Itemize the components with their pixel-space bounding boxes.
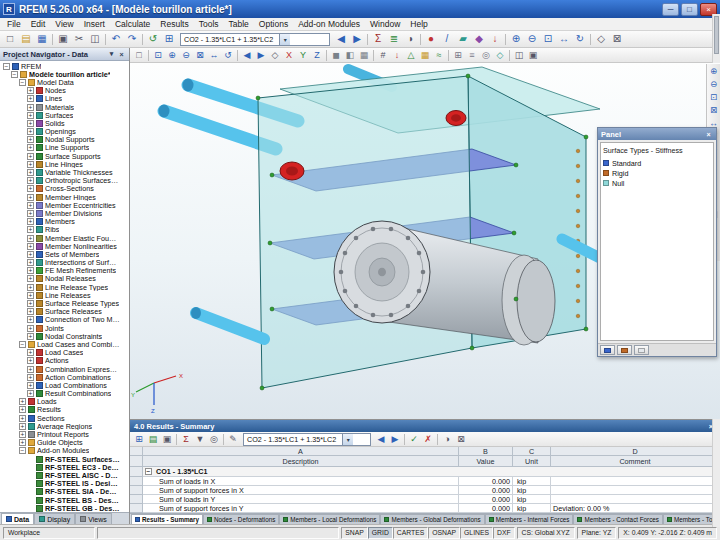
chevron-down-icon[interactable]: ▾: [279, 34, 290, 45]
expand-icon[interactable]: +: [27, 144, 34, 151]
calculation-icon[interactable]: Σ: [370, 32, 386, 46]
load-case-combo[interactable]: CO2 - 1.35*LC1 + 1.35*LC2 ▾: [180, 33, 330, 46]
result-value[interactable]: 0.000: [459, 486, 513, 495]
column-letter-d[interactable]: D: [551, 447, 720, 456]
results-tab-members-internal-forces[interactable]: Members - Internal Forces: [485, 514, 574, 524]
legend-item-standard[interactable]: Standard: [603, 158, 711, 168]
collapse-icon[interactable]: −: [19, 447, 26, 454]
tree-item-member-nonlinearities[interactable]: +Member Nonlinearities: [1, 242, 120, 250]
expand-icon[interactable]: +: [27, 185, 34, 192]
isometric-view-icon[interactable]: ◇: [593, 32, 609, 46]
tree-item-openings[interactable]: +Openings: [1, 128, 120, 136]
workplace-selector[interactable]: Workplace: [3, 527, 95, 539]
result-ok-icon[interactable]: ✓: [407, 433, 421, 446]
tree-item-rfem[interactable]: −RFEM: [1, 62, 120, 70]
status-toggle-cartes[interactable]: CARTES: [393, 527, 428, 539]
select-icon[interactable]: □: [132, 49, 146, 62]
expand-icon[interactable]: +: [27, 275, 34, 282]
tree-item-solids[interactable]: +Solids: [1, 119, 120, 127]
tree-item-nodal-constraints[interactable]: +Nodal Constraints: [1, 332, 120, 340]
result-value[interactable]: 0.000: [459, 495, 513, 504]
expand-icon[interactable]: +: [27, 374, 34, 381]
expand-icon[interactable]: +: [27, 169, 34, 176]
result-unit[interactable]: kip: [513, 477, 551, 486]
previous-result-icon[interactable]: ◀: [374, 433, 388, 446]
tree-item-sections[interactable]: +Sections: [1, 414, 120, 422]
graphic-viewport[interactable]: X Y Z ⊕⊖⊡⊠↔↺◇XYZ◑▦●△✓ Panel × Surface Ty…: [130, 63, 720, 419]
tree-item-nodes[interactable]: +Nodes: [1, 87, 120, 95]
redo-icon[interactable]: ↷: [124, 32, 140, 46]
expand-icon[interactable]: +: [27, 235, 34, 242]
zoom-out-icon[interactable]: ⊖: [707, 78, 720, 91]
tree-item-add-on-modules[interactable]: −Add-on Modules: [1, 447, 120, 455]
results-tab-members-local-deformations[interactable]: Members - Local Deformations: [279, 514, 380, 524]
previous-load-case-icon[interactable]: ◀: [333, 32, 349, 46]
tree-item-line-hinges[interactable]: +Line Hinges: [1, 160, 120, 168]
rotate-view-icon[interactable]: ↻: [572, 32, 588, 46]
result-value[interactable]: 0.000: [459, 504, 513, 513]
result-comment[interactable]: [551, 486, 720, 495]
menu-edit[interactable]: Edit: [26, 19, 51, 29]
show-results-icon[interactable]: ≣: [386, 32, 402, 46]
recalculate-icon[interactable]: Σ: [179, 433, 193, 446]
tree-item-surface-release-types[interactable]: +Surface Release Types: [1, 299, 120, 307]
menu-add-on-modules[interactable]: Add-on Modules: [293, 19, 365, 29]
legend-item-null[interactable]: Null: [603, 178, 711, 188]
tree-item-actions[interactable]: +Actions: [1, 357, 120, 365]
expand-icon[interactable]: +: [27, 112, 34, 119]
export-table-icon[interactable]: ▤: [146, 433, 160, 446]
regenerate-model-icon[interactable]: ↺: [145, 32, 161, 46]
tree-item-model-data[interactable]: −Model Data: [1, 78, 120, 86]
tree-item-load-cases-and-combinations[interactable]: −Load Cases and Combinations: [1, 340, 120, 348]
result-group-row[interactable]: −CO1 - 1.35*LC1: [143, 467, 720, 477]
tree-item-surfaces[interactable]: +Surfaces: [1, 111, 120, 119]
snap-icon[interactable]: ◎: [479, 49, 493, 62]
expand-icon[interactable]: +: [27, 194, 34, 201]
collapse-icon[interactable]: −: [19, 79, 26, 86]
tree-item-surface-supports[interactable]: +Surface Supports: [1, 152, 120, 160]
tree-item-line-supports[interactable]: +Line Supports: [1, 144, 120, 152]
tree-item-loads[interactable]: +Loads: [1, 398, 120, 406]
isometric-view-icon[interactable]: ◇: [268, 49, 282, 62]
results-tab-nodes-deformations[interactable]: Nodes - Deformations: [203, 514, 279, 524]
result-unit[interactable]: kip: [513, 486, 551, 495]
column-letter-c[interactable]: C: [513, 447, 551, 456]
tree-item-rf-steel-sia-design-of-steel-members[interactable]: RF-STEEL SIA - Design of steel members: [1, 488, 120, 496]
tree-item-variable-thicknesses[interactable]: +Variable Thicknesses: [1, 168, 120, 176]
tree-item-nodal-supports[interactable]: +Nodal Supports: [1, 136, 120, 144]
tree-item-materials[interactable]: +Materials: [1, 103, 120, 111]
zoom-window-icon[interactable]: ⊡: [707, 91, 720, 104]
edit-mode-icon[interactable]: ✎: [226, 433, 240, 446]
tree-item-rf-steel-surfaces-general-stress-analysis-of-steel-surfaces[interactable]: RF-STEEL Surfaces - General stress analy…: [1, 455, 120, 463]
result-value[interactable]: 0.000: [459, 477, 513, 486]
expand-icon[interactable]: +: [19, 415, 26, 422]
zoom-in-icon[interactable]: ⊕: [165, 49, 179, 62]
navigator-tab-data[interactable]: Data: [1, 513, 34, 524]
new-line-icon[interactable]: /: [439, 32, 455, 46]
expand-icon[interactable]: +: [27, 300, 34, 307]
view-x-icon[interactable]: X: [282, 49, 296, 62]
navigator-close-icon[interactable]: ×: [117, 51, 126, 58]
result-description[interactable]: Sum of support forces in X: [143, 486, 459, 495]
tree-item-action-combinations[interactable]: +Action Combinations: [1, 373, 120, 381]
expand-icon[interactable]: +: [27, 357, 34, 364]
tree-item-combination-expressions[interactable]: +Combination Expressions: [1, 365, 120, 373]
tree-item-rf-steel-bs-design-of-steel-members[interactable]: RF-STEEL BS - Design of steel members: [1, 496, 120, 504]
expand-icon[interactable]: +: [19, 439, 26, 446]
tree-item-rf-steel-aisc-design-of-steel-members[interactable]: RF-STEEL AISC - Design of steel members: [1, 471, 120, 479]
zoom-in-icon[interactable]: ⊕: [508, 32, 524, 46]
rotate-view-icon[interactable]: ↺: [221, 49, 235, 62]
maximize-button[interactable]: □: [681, 3, 698, 16]
tree-item-intersections-of-surfaces[interactable]: +Intersections of Surfaces: [1, 259, 120, 267]
copy-icon[interactable]: ◫: [87, 32, 103, 46]
render-transparent-icon[interactable]: ◧: [343, 49, 357, 62]
filter-rows-icon[interactable]: ▼: [193, 433, 207, 446]
print-graphic-icon[interactable]: ▣: [526, 49, 540, 62]
tree-item-joints[interactable]: +Joints: [1, 324, 120, 332]
status-toggle-osnap[interactable]: OSNAP: [428, 527, 460, 539]
result-unit[interactable]: kip: [513, 504, 551, 513]
tree-item-printout-reports[interactable]: +Printout Reports: [1, 430, 120, 438]
show-results-icon[interactable]: ≈: [432, 49, 446, 62]
previous-view-icon[interactable]: ◀: [240, 49, 254, 62]
search-table-icon[interactable]: ◎: [207, 433, 221, 446]
